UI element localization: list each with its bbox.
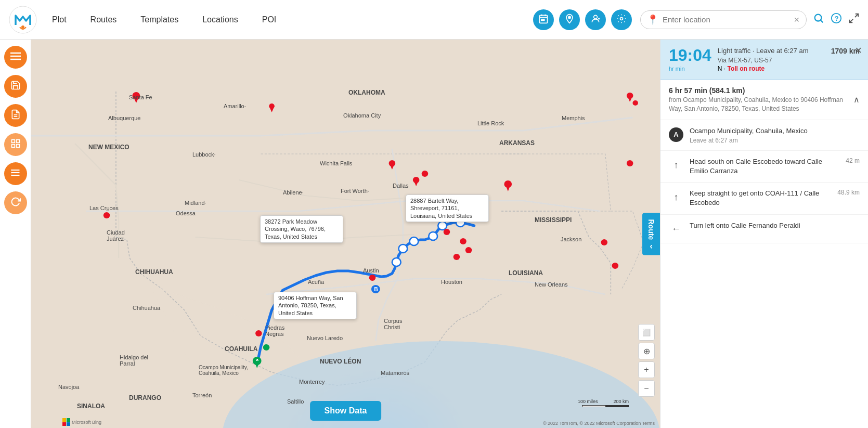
- svg-point-9: [594, 15, 598, 19]
- nav-routes[interactable]: Routes: [86, 13, 121, 27]
- clear-search-icon[interactable]: ✕: [794, 16, 800, 24]
- direction-step-3: ← Turn left onto Calle Fernando Peraldi: [660, 215, 868, 243]
- panel-close-button[interactable]: ×: [855, 44, 862, 57]
- svg-point-51: [422, 171, 429, 177]
- route-via: Via MEX-57, US-57: [718, 57, 825, 64]
- svg-point-57: [454, 254, 460, 260]
- svg-point-59: [627, 160, 633, 166]
- map-controls: ⬜ ⊕ + −: [638, 324, 655, 397]
- svg-marker-41: [133, 96, 140, 103]
- svg-point-61: [612, 263, 618, 269]
- route-summary-card: 19:04 hr min Light traffic · Leave at 6:…: [660, 40, 868, 80]
- direction-step-0: A Ocampo Municipality, Coahuila, Mexico …: [660, 120, 868, 151]
- sidebar-save-button[interactable]: [4, 75, 27, 98]
- scale-100-miles: 100 miles: [578, 399, 598, 404]
- location-button[interactable]: [559, 9, 580, 30]
- map-locate-button[interactable]: ⊕: [638, 343, 655, 359]
- svg-rect-25: [16, 139, 19, 142]
- svg-point-29: [11, 169, 12, 171]
- route-tab[interactable]: Route ›: [642, 213, 660, 255]
- svg-marker-48: [390, 163, 395, 170]
- user-icon: [590, 14, 601, 26]
- nav-templates[interactable]: Templates: [136, 13, 183, 27]
- show-data-button[interactable]: Show Data: [310, 401, 382, 421]
- app-logo[interactable]: [8, 5, 37, 34]
- scale-200-km: 200 km: [613, 399, 629, 404]
- svg-point-1: [21, 25, 24, 29]
- sidebar-menu-button[interactable]: [4, 46, 27, 69]
- search-location-icon: 📍: [647, 14, 658, 25]
- svg-marker-50: [413, 180, 419, 186]
- svg-point-36: [410, 237, 419, 245]
- svg-rect-26: [11, 144, 15, 147]
- nav-poi[interactable]: POI: [258, 13, 281, 27]
- route-tab-label: Route: [647, 219, 655, 240]
- sidebar-document-button[interactable]: [4, 104, 27, 127]
- main-nav: Plot Routes Templates Locations POI: [48, 13, 533, 27]
- user-button[interactable]: [585, 9, 606, 30]
- step-main-0: Ocampo Municipality, Coahuila, Mexico: [690, 126, 860, 136]
- svg-rect-6: [541, 19, 543, 20]
- direction-step-2: ↑ Keep straight to get onto COAH-111 / C…: [660, 183, 868, 214]
- calendar-button[interactable]: [533, 9, 554, 30]
- svg-point-58: [369, 275, 376, 281]
- layer-icon: ⬜: [642, 329, 651, 336]
- svg-point-37: [429, 232, 437, 240]
- search-input[interactable]: [663, 15, 792, 24]
- svg-point-54: [444, 229, 450, 235]
- segment-chevron-icon: ∧: [853, 95, 860, 105]
- step-icon-2: ↑: [669, 190, 683, 204]
- header-icon-group: [533, 9, 632, 30]
- route-time-unit: hr min: [669, 66, 711, 72]
- header: Plot Routes Templates Locations POI: [0, 0, 868, 40]
- step-sub-0: Leave at 6:27 am: [690, 137, 860, 144]
- route-segment[interactable]: 6 hr 57 min (584.1 km) from Ocampo Munic…: [660, 80, 868, 120]
- left-sidebar: [0, 40, 31, 428]
- segment-header[interactable]: 6 hr 57 min (584.1 km) from Ocampo Munic…: [669, 86, 860, 113]
- map-layer-button[interactable]: ⬜: [638, 324, 655, 341]
- floppy-disk-icon: [10, 80, 21, 93]
- step-main-3: Turn left onto Calle Fernando Peraldi: [690, 221, 853, 230]
- plus-icon: +: [644, 365, 649, 374]
- svg-point-60: [601, 239, 607, 245]
- bing-logo: Microsoft Bing: [62, 418, 101, 426]
- map-area[interactable]: A B OKLAHOMA Oklahoma City ARKANSAS Litt…: [31, 40, 660, 428]
- segment-info: 6 hr 57 min (584.1 km) from Ocampo Munic…: [669, 86, 853, 113]
- tooltip-waco: 38272 Park Meadow Crossing, Waco, 76796,…: [260, 215, 343, 243]
- nav-locations[interactable]: Locations: [198, 13, 242, 27]
- step-main-1: Head south on Calle Escobedo toward Call…: [690, 157, 839, 176]
- tooltip-shreveport: 28887 Bartelt Way, Shreveport, 71161, Lo…: [406, 194, 489, 222]
- step-text-0: Ocampo Municipality, Coahuila, Mexico Le…: [690, 126, 860, 144]
- file-icon: [10, 109, 21, 122]
- segment-subtitle: from Ocampo Municipality, Coahuila, Mexi…: [669, 96, 853, 113]
- toll-label: Toll on route: [728, 65, 765, 72]
- expand-icon: [848, 12, 860, 27]
- help-button[interactable]: ?: [831, 12, 842, 27]
- directions-list: A Ocampo Municipality, Coahuila, Mexico …: [660, 120, 868, 428]
- sidebar-list-button[interactable]: [4, 162, 27, 185]
- expand-button[interactable]: [848, 12, 860, 27]
- search-bar: 📍 ✕: [640, 10, 807, 29]
- nav-plot[interactable]: Plot: [48, 13, 71, 27]
- route-toll: N · Toll on route: [718, 65, 825, 72]
- svg-point-35: [398, 244, 407, 253]
- zoom-in-button[interactable]: +: [638, 361, 655, 378]
- search-button[interactable]: [813, 12, 824, 27]
- map-svg: A B: [31, 40, 660, 428]
- step-text-3: Turn left onto Calle Fernando Peraldi: [690, 221, 853, 230]
- svg-line-14: [821, 20, 823, 22]
- sidebar-refresh-button[interactable]: [4, 191, 27, 214]
- zoom-out-button[interactable]: −: [638, 380, 655, 397]
- map-scale: 100 miles 200 km: [578, 399, 629, 407]
- svg-rect-7: [543, 19, 545, 20]
- right-panel: × 19:04 hr min Light traffic · Leave at …: [660, 40, 868, 428]
- minus-icon: −: [644, 384, 649, 393]
- svg-rect-27: [16, 144, 19, 147]
- direction-step-1: ↑ Head south on Calle Escobedo toward Ca…: [660, 151, 868, 183]
- crosshair-icon: ⊕: [643, 346, 650, 356]
- svg-point-33: [11, 174, 12, 176]
- sidebar-grid-button[interactable]: [4, 133, 27, 156]
- settings-button[interactable]: [611, 9, 632, 30]
- svg-point-34: [392, 258, 401, 266]
- map-pin-icon: [564, 14, 575, 26]
